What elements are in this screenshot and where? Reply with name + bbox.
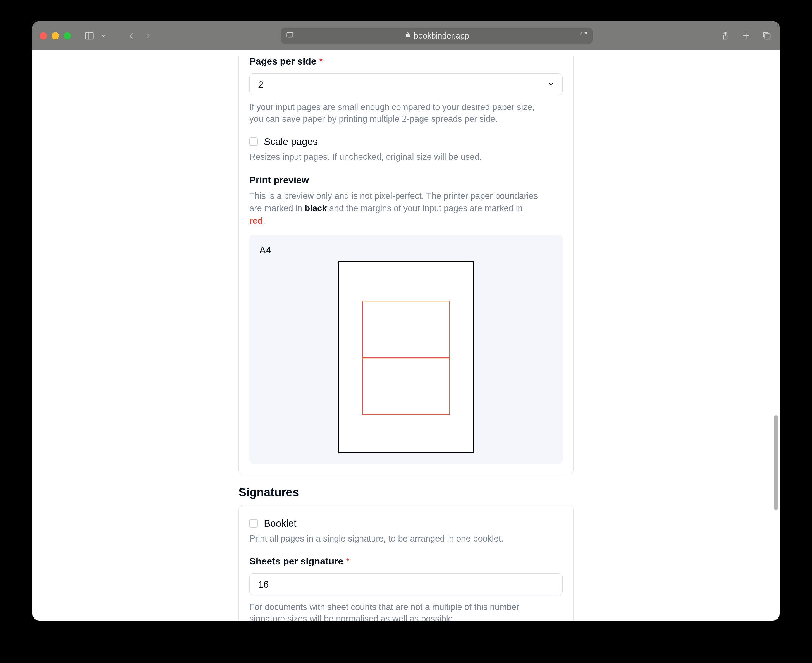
tab-dropdown-button[interactable] [100,30,107,41]
page-margin-outline [362,358,450,415]
chevron-down-icon [547,80,555,89]
sheets-per-signature-help: For documents with sheet counts that are… [249,601,548,621]
scale-pages-checkbox[interactable] [249,137,258,146]
sheets-per-signature-label: Sheets per signature * [249,556,563,567]
share-button[interactable] [720,30,731,41]
sidebar-toggle-button[interactable] [84,30,95,41]
svg-rect-0 [86,32,93,39]
scale-pages-label: Scale pages [264,136,318,147]
titlebar: bookbinder.app [32,21,780,50]
tab-overview-button[interactable] [761,30,772,41]
window-close-button[interactable] [40,32,47,39]
signatures-heading: Signatures [239,486,573,499]
window-controls [40,32,71,39]
page-margin-outline [362,301,450,358]
print-preview-box: A4 [249,234,563,464]
page-content: Pages per side * 2 If your input pages a… [32,50,780,621]
lock-icon [404,31,411,40]
print-preview-description: This is a preview only and is not pixel-… [249,190,540,228]
signatures-card: Booklet Print all pages in a single sign… [239,505,573,621]
new-tab-button[interactable] [741,30,752,41]
svg-rect-7 [765,34,770,39]
forward-button[interactable] [142,30,153,41]
booklet-help: Print all pages in a single signature, t… [249,533,548,545]
window-minimize-button[interactable] [52,32,59,39]
paper-outline [338,261,474,453]
scale-pages-help: Resizes input pages. If unchecked, origi… [249,151,548,163]
paper-size-label: A4 [259,245,553,255]
booklet-checkbox[interactable] [249,519,258,527]
back-button[interactable] [126,30,137,41]
window-zoom-button[interactable] [64,32,71,39]
browser-window: bookbinder.app Pag [32,21,780,621]
pages-per-side-help: If your input pages are small enough com… [249,101,548,125]
layout-card: Pages per side * 2 If your input pages a… [239,56,573,474]
pages-per-side-label: Pages per side * [249,56,563,67]
pages-per-side-select[interactable]: 2 [249,73,563,95]
scrollbar-thumb[interactable] [774,415,778,510]
sheets-per-signature-input[interactable]: 16 [249,573,563,595]
booklet-label: Booklet [264,518,297,529]
address-bar[interactable]: bookbinder.app [281,27,592,44]
print-preview-heading: Print preview [249,175,563,186]
url-text: bookbinder.app [414,31,469,40]
